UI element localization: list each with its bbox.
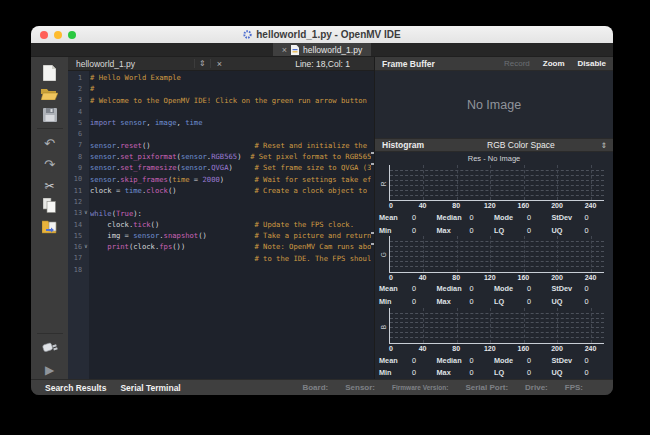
code-line[interactable]: 13∨while(True): <box>68 208 371 219</box>
status-field-serial-port: Serial Port: <box>465 383 508 392</box>
no-image-label: No Image <box>467 98 521 112</box>
code-line[interactable]: 15 img = sensor.snapshot() # Take a pict… <box>68 230 371 241</box>
stat-mean: Mean0 <box>379 213 437 222</box>
openmv-ide-window: helloworld_1.py - OpenMV IDE × helloworl… <box>31 26 613 395</box>
python-file-icon <box>291 45 299 55</box>
color-space-value: RGB Color Space <box>441 140 601 150</box>
channel-axis-label: B <box>377 308 389 345</box>
toolbar-divider <box>37 128 63 129</box>
code-line[interactable]: 2# <box>68 83 371 94</box>
stat-min: Min0 <box>379 226 437 235</box>
redo-button[interactable]: ↷ <box>38 153 62 174</box>
connect-button[interactable] <box>38 337 62 358</box>
code-line[interactable]: 17 # to the IDE. The FPS should <box>68 253 371 264</box>
line-number: 13 <box>68 209 82 217</box>
stat-median: Median0 <box>437 284 495 293</box>
code-text: clock = time.clock() # Create a clock ob… <box>90 185 371 196</box>
x-axis-ticks: 04080120160200240 <box>389 345 604 354</box>
line-number: 1 <box>68 74 82 82</box>
window-title-wrap: helloworld_1.py - OpenMV IDE <box>31 29 613 40</box>
titlebar[interactable]: helloworld_1.py - OpenMV IDE <box>31 26 613 43</box>
code-line[interactable]: 11clock = time.clock() # Create a clock … <box>68 185 371 196</box>
stat-stdev: StDev0 <box>552 356 610 365</box>
code-line[interactable]: 7sensor.reset() # Reset and initialize t… <box>68 140 371 151</box>
record-button[interactable]: Record <box>504 59 530 68</box>
document-tab[interactable]: × helloworld_1.py <box>273 43 371 56</box>
line-number: 17 <box>68 254 82 262</box>
code-editor[interactable]: 1# Hello World Example2#3# Welcome to th… <box>68 71 374 379</box>
scissors-icon: ✂ <box>44 176 54 194</box>
stats-row: Min0Max0LQ0UQ0 <box>377 224 611 237</box>
status-fields: Board:Sensor:Firmware Version:Serial Por… <box>302 383 613 392</box>
histogram-plot <box>389 308 604 344</box>
histogram-title: Histogram <box>375 140 441 150</box>
code-text: # <box>90 83 371 94</box>
fold-chevron-icon[interactable]: ∨ <box>82 244 90 250</box>
frame-buffer-header: Frame Buffer RecordZoomDisable <box>375 57 613 71</box>
code-line[interactable]: 18 <box>68 264 371 275</box>
code-line[interactable]: 5import sensor, image, time <box>68 117 371 128</box>
copy-button[interactable] <box>38 195 62 216</box>
histogram-channel-r: R04080120160200240Mean0Median0Mode0StDev… <box>375 165 613 236</box>
disable-button[interactable]: Disable <box>578 59 606 68</box>
line-number: 5 <box>68 119 82 127</box>
code-line[interactable]: 3# Welcome to the OpenMV IDE! Click on t… <box>68 95 371 106</box>
stat-mode: Mode0 <box>494 284 552 293</box>
paste-button[interactable] <box>38 216 62 237</box>
line-number: 2 <box>68 85 82 93</box>
code-line[interactable]: 10sensor.skip_frames(time = 2000) # Wait… <box>68 174 371 185</box>
x-axis-ticks: 04080120160200240 <box>389 274 604 283</box>
code-line[interactable]: 1# Hello World Example <box>68 72 371 83</box>
code-text: sensor.skip_frames(time = 2000) # Wait f… <box>90 174 371 185</box>
frame-buffer-buttons: RecordZoomDisable <box>504 59 613 68</box>
undo-arrow-icon: ↶ <box>44 134 55 152</box>
status-field-fps: FPS: <box>565 383 583 392</box>
open-file-button[interactable] <box>38 83 62 104</box>
code-text: # Welcome to the OpenMV IDE! Click on th… <box>90 95 371 106</box>
dropdown-arrows-icon: ⇕ <box>601 141 613 150</box>
line-number: 3 <box>68 96 82 104</box>
frame-buffer-title: Frame Buffer <box>375 59 435 69</box>
fold-chevron-icon[interactable]: ∨ <box>82 210 90 216</box>
editor-tab-close-icon[interactable]: × <box>211 59 228 69</box>
code-line[interactable]: 9sensor.set_framesize(sensor.QVGA) # Set… <box>68 162 371 173</box>
editor-tab-label[interactable]: helloworld_1.py <box>68 59 194 69</box>
play-arrow-icon: ▶ <box>45 360 54 378</box>
cut-button[interactable]: ✂ <box>38 174 62 195</box>
toolbar-divider <box>37 333 63 334</box>
zoom-button[interactable]: Zoom <box>543 59 565 68</box>
code-line[interactable]: 4 <box>68 106 371 117</box>
stat-lq: LQ0 <box>494 368 552 377</box>
stats-row: Min0Max0LQ0UQ0 <box>377 295 611 308</box>
usb-plug-icon <box>42 342 58 353</box>
color-space-dropdown[interactable]: RGB Color Space ⇕ <box>441 140 613 150</box>
code-line[interactable]: 16∨ print(clock.fps()) # Note: OpenMV Ca… <box>68 241 371 252</box>
search-results-tab[interactable]: Search Results <box>45 383 106 393</box>
stat-min: Min0 <box>379 368 437 377</box>
frame-buffer-view: No Image <box>375 71 613 138</box>
code-line[interactable]: 12 <box>68 196 371 207</box>
histogram-plot <box>389 165 604 201</box>
document-selector-icon[interactable]: ⇕ <box>194 59 211 68</box>
histogram-channel-g: G04080120160200240Mean0Median0Mode0StDev… <box>375 236 613 307</box>
new-file-button[interactable] <box>38 62 62 83</box>
status-field-firmware-version: Firmware Version: <box>392 384 448 391</box>
x-axis-ticks: 04080120160200240 <box>389 202 604 211</box>
run-script-button[interactable]: ▶ <box>38 358 62 379</box>
scrollbar-mark <box>371 163 374 165</box>
channel-axis-label: R <box>377 165 389 202</box>
status-field-sensor: Sensor: <box>345 383 375 392</box>
code-line[interactable]: 6 <box>68 128 371 139</box>
redo-arrow-icon: ↷ <box>44 155 55 173</box>
histogram-body: Res - No Image R04080120160200240Mean0Me… <box>375 152 613 379</box>
code-line[interactable]: 8sensor.set_pixformat(sensor.RGB565) # S… <box>68 151 371 162</box>
stat-stdev: StDev0 <box>552 213 610 222</box>
frame-buffer-panel: Frame Buffer RecordZoomDisable No Image … <box>375 57 613 379</box>
undo-button[interactable]: ↶ <box>38 132 62 153</box>
document-tab-close-icon[interactable]: × <box>282 45 287 55</box>
line-number: 16 <box>68 243 82 251</box>
serial-terminal-tab[interactable]: Serial Terminal <box>120 383 180 393</box>
save-button[interactable] <box>38 104 62 125</box>
code-line[interactable]: 14 clock.tick() # Update the FPS clock. <box>68 219 371 230</box>
window-title: helloworld_1.py - OpenMV IDE <box>256 29 400 40</box>
